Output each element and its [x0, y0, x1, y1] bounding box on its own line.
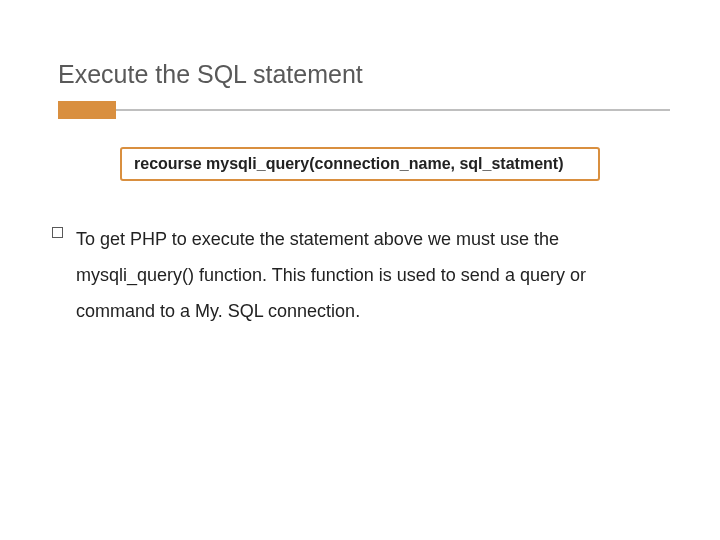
code-text: recourse mysqli_query(connection_name, s… — [134, 155, 563, 172]
code-syntax-box: recourse mysqli_query(connection_name, s… — [120, 147, 600, 181]
accent-block — [58, 101, 116, 119]
divider-line — [116, 109, 670, 111]
square-bullet-icon — [52, 227, 63, 238]
paragraph-text: To get PHP to execute the statement abov… — [76, 229, 586, 321]
page-title: Execute the SQL statement — [58, 60, 720, 89]
header: Execute the SQL statement — [0, 0, 720, 89]
body-paragraph: To get PHP to execute the statement abov… — [76, 221, 660, 329]
